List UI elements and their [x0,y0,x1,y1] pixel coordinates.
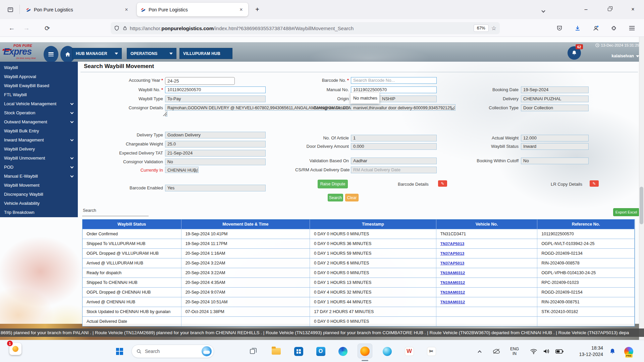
browser-globe-button[interactable] [379,340,395,362]
chat-icon[interactable]: 1 [9,343,21,355]
account-icon[interactable] [589,23,602,33]
barcode-details-edit-icon[interactable]: ✎ [438,180,447,187]
accounting-year-field[interactable]: 24-25 [165,77,235,85]
file-explorer-button[interactable] [268,340,284,362]
no-of-article-field[interactable]: 1 [351,135,437,141]
expected-delivery-tat-field[interactable]: 21-Sep-2024 [165,150,266,157]
reload-icon[interactable]: ⟳ [42,23,53,33]
barcode-enabled-field[interactable]: Yes [165,185,266,191]
menu-icon[interactable] [625,23,639,33]
shield-icon[interactable] [114,25,119,31]
sidebar-item-local-vehicle-management[interactable]: Local Vehicle Management [0,99,78,108]
collection-type-field[interactable]: Door Collection [521,105,589,111]
sidebar-item-stock-operation[interactable]: Stock Operation [0,108,78,117]
sidebar-item-waybill-movement[interactable]: Waybill Movement [0,181,78,190]
onedrive-paused-icon[interactable] [490,340,503,362]
tab-close-icon[interactable]: × [123,7,130,13]
downloads-icon[interactable] [571,23,584,33]
word-app-button[interactable]: W [401,340,417,362]
sidebar-item-inward-management[interactable]: Inward Management [0,135,78,144]
window-restore-button[interactable] [602,3,617,15]
volume-icon[interactable] [540,340,553,362]
department-dropdown[interactable]: OPERATIONS [127,48,176,59]
task-view-button[interactable] [245,340,261,362]
zoom-level-badge[interactable]: 67% [474,24,489,32]
sidebar-item-waybill[interactable]: Waybill [0,63,78,72]
back-icon[interactable]: ← [6,23,17,33]
door-delivery-amount-field[interactable]: 0.000 [351,143,437,150]
table-search-input[interactable] [82,216,149,216]
waybill-status-field[interactable]: Inward [521,143,589,150]
new-tab-button[interactable]: + [252,5,262,15]
sidebar-item-ftl-waybill[interactable]: FTL Waybill [0,90,78,99]
delivery-type-field[interactable]: Godown Delivery [165,132,266,138]
sidebar-item-waybill-ewaybill-based[interactable]: Waybill EwayBill Based [0,81,78,90]
language-indicator[interactable]: ENGIN [506,340,523,362]
outlook-button[interactable]: O [313,340,329,362]
consignee-details-field[interactable]: manivel,thiruvallur door delivery-600099… [351,104,455,111]
sidebar-item-waybill-unmovement[interactable]: Waybill Unmovement [0,154,78,163]
menu-toggle-button[interactable] [44,46,58,63]
vehicle-link[interactable]: TN19AM0312 [440,281,465,285]
vehicle-link[interactable]: TN19AM0312 [440,290,465,294]
csrm-actual-delivery-date-field[interactable]: RM Actual Delivery Date [351,167,437,173]
extensions-icon[interactable] [607,23,621,33]
vehicle-link[interactable]: TN37AP5013 [440,242,465,246]
scrollbar-thumb[interactable] [640,187,643,224]
window-close-button[interactable]: × [625,3,641,15]
actual-weight-field[interactable]: 12.000 [521,135,589,141]
microsoft-store-button[interactable] [290,340,307,362]
consignor-validation-field[interactable]: No [165,159,266,165]
forward-icon[interactable]: → [21,23,32,33]
sidebar-item-waybill-approval[interactable]: Waybill Approval [0,72,78,81]
sidebar-item-pod[interactable]: POD [0,163,78,172]
taskbar-clock[interactable]: 18:34 13-12-2024 [568,340,603,362]
vehicle-link[interactable]: TN19AM0312 [440,300,465,304]
clear-button[interactable]: Clear [345,194,359,201]
vehicle-link[interactable]: TN37AP5013 [440,261,465,265]
barcode-no-field[interactable]: Search Barcode No... [351,77,437,84]
browser-tab-2-active[interactable]: Pon Pure Logistics × [137,3,248,16]
sidebar-item-discrepancy-waybill[interactable]: Discrepancy Waybill [0,190,78,199]
firefox-view-icon[interactable] [5,5,15,15]
waybill-type-field[interactable]: To-Pay [165,96,266,102]
sidebar-item-waybill-delivery[interactable]: Waybill Delivery [0,144,78,154]
manual-no-field[interactable]: 10119022500570 [351,86,437,93]
list-all-tabs-icon[interactable] [542,7,546,11]
url-bar[interactable]: https://anchor.ponpurelogistics.com/inde… [111,22,500,34]
booking-date-field[interactable]: 19-Sep-2024 [521,86,589,93]
chargeable-weight-field[interactable]: 25.0 [165,141,266,147]
delivery-field[interactable]: CHENNAI PUZHAL [521,96,589,102]
vehicle-link[interactable]: TN37AP5013 [440,251,465,255]
tab-close-icon[interactable]: × [237,7,245,13]
user-menu[interactable]: kalaiselvan [611,54,639,58]
sidebar-item-trip-breakdown[interactable]: Trip Breakdown [0,208,78,217]
sidebar-item-manual-e-waybill[interactable]: Manual E-Waybill [0,172,78,181]
ponpure-logo[interactable]: PON PURE Expres On time every time [3,44,42,60]
taskbar-search-box[interactable]: Search [131,345,214,358]
snipping-tool-button[interactable]: ✂ [423,340,439,362]
sidebar-item-waybill-bulk-entry[interactable]: Waybill Bulk Entry [0,126,78,135]
wifi-icon[interactable] [527,340,540,362]
currently-in-field[interactable]: CHENNAI HUB [165,167,199,173]
browser-tab-1[interactable]: Pon Pure Logistics × [22,3,133,16]
raise-dispute-button[interactable]: Raise Dispute [318,180,348,188]
role-dropdown[interactable]: HUB MANAGER [72,48,122,59]
tray-overflow-chevron[interactable] [474,340,486,362]
hub-label[interactable]: VILLUPURAM HUB [179,48,232,59]
validation-based-on-field[interactable]: Aadhar [351,158,437,164]
copilot-button[interactable]: PRE [621,340,637,362]
waybill-no-field[interactable]: 10119022500570 [165,86,266,93]
export-excel-button[interactable]: Export Excel [613,208,639,216]
firefox-button-active[interactable] [357,340,373,362]
booking-within-cutoff-field[interactable]: No [521,158,589,164]
notification-center-button[interactable] [606,340,619,362]
bookmark-star-icon[interactable]: ☆ [491,25,496,32]
sidebar-item-vehicle-availability[interactable]: Vehicle Availability [0,199,78,208]
page-scrollbar[interactable] [639,37,644,340]
start-button[interactable] [111,340,127,362]
pocket-icon[interactable] [553,23,566,33]
lr-copy-details-edit-icon[interactable]: ✎ [590,180,599,187]
window-minimize-button[interactable]: – [578,3,594,15]
edge-button[interactable] [335,340,351,362]
